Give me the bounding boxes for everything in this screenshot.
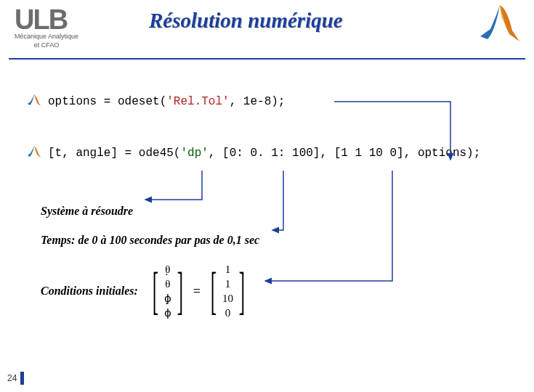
- code-1b: 'Rel.Tol': [166, 95, 229, 108]
- vec-sym-4: ϕ: [164, 306, 171, 319]
- logo-subtitle-2: et CFAO: [15, 42, 78, 49]
- code-line-2: [t, angle] = ode45('dp', [0: 0. 1: 100],…: [26, 146, 534, 160]
- code-text-1: options = odeset('Rel.Tol', 1e-8);: [48, 95, 285, 108]
- page-accent-bar: [20, 372, 24, 385]
- label-system: Système à résoudre: [41, 205, 534, 218]
- matlab-bullet-icon: [26, 93, 42, 110]
- content-area: options = odeset('Rel.Tol', 1e-8); [t, a…: [0, 69, 534, 319]
- vec-val-2: 1: [222, 277, 233, 290]
- annotation-labels: Système à résoudre Temps: de 0 à 100 sec…: [41, 205, 534, 319]
- vec-val-3: 10: [222, 292, 233, 305]
- initial-conditions-vector: [ θ θ ϕ ϕ ] = [ 1 1 10 0 ]: [147, 263, 251, 319]
- header: ULB Mécanique Analytique et CFAO Résolut…: [0, 0, 534, 58]
- code-text-2: [t, angle] = ode45('dp', [0: 0. 1: 100],…: [48, 147, 480, 160]
- code-2b: 'dp': [180, 147, 208, 160]
- matlab-bullet-icon: [26, 144, 42, 162]
- vec-sym-2: θ: [164, 277, 171, 290]
- logo-text: ULB: [15, 7, 78, 32]
- matlab-logo-icon: [474, 1, 525, 48]
- ulb-logo: ULB Mécanique Analytique et CFAO: [15, 7, 78, 49]
- code-2c: , [0: 0. 1: 100], [1 1 10 0], options);: [209, 147, 480, 160]
- vec-val-4: 0: [222, 306, 233, 319]
- logo-subtitle-1: Mécanique Analytique: [15, 33, 78, 41]
- label-conditions: Conditions initiales:: [41, 285, 138, 298]
- code-1c: , 1e-8);: [230, 95, 286, 108]
- code-line-1: options = odeset('Rel.Tol', 1e-8);: [26, 94, 534, 108]
- code-2a: [t, angle] = ode45(: [48, 147, 180, 160]
- page-number: 24: [7, 373, 17, 383]
- slide-title: Résolution numérique: [149, 9, 343, 33]
- code-1a: options = odeset(: [48, 95, 166, 108]
- header-divider: [9, 58, 525, 60]
- vec-val-1: 1: [222, 263, 233, 276]
- label-time: Temps: de 0 à 100 secondes par pas de 0,…: [41, 234, 534, 247]
